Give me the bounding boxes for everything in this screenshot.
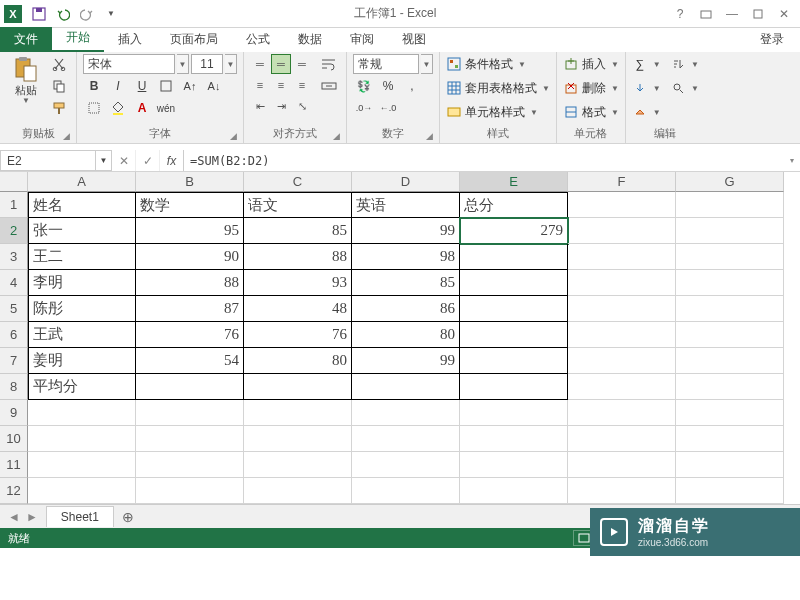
align-left-icon[interactable]: ≡ <box>250 75 270 95</box>
row-header[interactable]: 6 <box>0 322 28 348</box>
column-header[interactable]: B <box>136 172 244 192</box>
cell[interactable]: 279 <box>460 218 568 244</box>
cell[interactable] <box>28 452 136 478</box>
column-header[interactable]: C <box>244 172 352 192</box>
cell[interactable] <box>676 348 784 374</box>
font-size-combo[interactable]: 11 <box>191 54 223 74</box>
italic-button[interactable]: I <box>107 76 129 96</box>
cell[interactable] <box>244 478 352 504</box>
prev-sheet-icon[interactable]: ◄ <box>8 510 20 524</box>
align-top-right-icon[interactable]: ═ <box>292 54 312 74</box>
autosum-button[interactable]: ∑▼ ▼ <box>632 54 699 74</box>
sheet-nav[interactable]: ◄► <box>0 510 46 524</box>
cell[interactable] <box>28 426 136 452</box>
comma-icon[interactable]: , <box>401 76 423 96</box>
increase-font-icon[interactable]: A↑ <box>179 76 201 96</box>
format-cells-button[interactable]: 格式▼ <box>563 102 619 122</box>
align-top-center-icon[interactable]: ═ <box>271 54 291 74</box>
row-header[interactable]: 2 <box>0 218 28 244</box>
minimize-icon[interactable]: — <box>720 3 744 25</box>
cell[interactable]: 王二 <box>28 244 136 270</box>
cell[interactable] <box>460 478 568 504</box>
cell[interactable] <box>568 348 676 374</box>
currency-icon[interactable]: 💱 <box>353 76 375 96</box>
row-header[interactable]: 3 <box>0 244 28 270</box>
wrap-text-icon[interactable] <box>318 54 340 74</box>
cell[interactable] <box>460 296 568 322</box>
cell-styles-button[interactable]: 单元格样式▼ <box>446 102 550 122</box>
cell[interactable]: 李明 <box>28 270 136 296</box>
cell[interactable]: 总分 <box>460 192 568 218</box>
row-header[interactable]: 1 <box>0 192 28 218</box>
bold-button[interactable]: B <box>83 76 105 96</box>
cell[interactable] <box>568 452 676 478</box>
cell[interactable] <box>136 478 244 504</box>
fill-color-icon[interactable] <box>107 98 129 118</box>
cell[interactable] <box>28 478 136 504</box>
cell[interactable] <box>676 400 784 426</box>
conditional-format-button[interactable]: 条件格式▼ <box>446 54 550 74</box>
paste-button[interactable]: 粘贴 ▼ <box>6 54 46 105</box>
row-header[interactable]: 7 <box>0 348 28 374</box>
increase-decimal-icon[interactable]: .0→ <box>353 98 375 118</box>
cut-icon[interactable] <box>48 54 70 74</box>
cell[interactable] <box>244 400 352 426</box>
tab-layout[interactable]: 页面布局 <box>156 27 232 52</box>
row-header[interactable]: 5 <box>0 296 28 322</box>
decrease-font-icon[interactable]: A↓ <box>203 76 225 96</box>
cell[interactable] <box>568 296 676 322</box>
column-header[interactable]: E <box>460 172 568 192</box>
border-dropdown-icon[interactable] <box>83 98 105 118</box>
cell[interactable]: 王武 <box>28 322 136 348</box>
cell[interactable]: 张一 <box>28 218 136 244</box>
cell[interactable] <box>460 322 568 348</box>
cell[interactable] <box>568 374 676 400</box>
close-icon[interactable]: ✕ <box>772 3 796 25</box>
fill-button[interactable]: ▼ ▼ <box>632 78 699 98</box>
help-icon[interactable]: ? <box>668 3 692 25</box>
cell[interactable]: 88 <box>244 244 352 270</box>
cell[interactable] <box>136 452 244 478</box>
cell[interactable] <box>676 270 784 296</box>
cell[interactable] <box>136 426 244 452</box>
cancel-formula-icon[interactable]: ✕ <box>112 150 136 171</box>
cell[interactable] <box>568 270 676 296</box>
cell[interactable] <box>460 270 568 296</box>
column-header[interactable]: G <box>676 172 784 192</box>
expand-formula-bar-icon[interactable]: ▾ <box>784 150 800 171</box>
cell[interactable] <box>136 374 244 400</box>
tab-file[interactable]: 文件 <box>0 27 52 52</box>
cell[interactable] <box>244 426 352 452</box>
chevron-down-icon[interactable]: ▼ <box>421 54 433 74</box>
cell[interactable] <box>568 400 676 426</box>
cell[interactable] <box>676 218 784 244</box>
cell[interactable] <box>352 374 460 400</box>
save-icon[interactable] <box>28 3 50 25</box>
redo-icon[interactable] <box>76 3 98 25</box>
tab-review[interactable]: 审阅 <box>336 27 388 52</box>
login-link[interactable]: 登录 <box>754 27 790 52</box>
percent-icon[interactable]: % <box>377 76 399 96</box>
cell[interactable]: 姓名 <box>28 192 136 218</box>
row-header[interactable]: 4 <box>0 270 28 296</box>
cell[interactable] <box>568 322 676 348</box>
tab-view[interactable]: 视图 <box>388 27 440 52</box>
name-box[interactable]: E2 <box>0 150 96 171</box>
align-top-left-icon[interactable]: ═ <box>250 54 270 74</box>
cell[interactable] <box>352 478 460 504</box>
cell[interactable] <box>460 374 568 400</box>
tab-home[interactable]: 开始 <box>52 25 104 52</box>
cell[interactable]: 95 <box>136 218 244 244</box>
row-header[interactable]: 10 <box>0 426 28 452</box>
font-color-icon[interactable]: A <box>131 98 153 118</box>
row-header[interactable]: 8 <box>0 374 28 400</box>
phonetic-icon[interactable]: wén <box>155 98 177 118</box>
launcher-icon[interactable]: ◢ <box>333 131 340 141</box>
launcher-icon[interactable]: ◢ <box>63 131 70 141</box>
cell[interactable]: 76 <box>244 322 352 348</box>
cell[interactable] <box>460 348 568 374</box>
column-header[interactable]: F <box>568 172 676 192</box>
qat-customize-icon[interactable]: ▼ <box>100 3 122 25</box>
cell[interactable]: 英语 <box>352 192 460 218</box>
increase-indent-icon[interactable]: ⇥ <box>271 96 291 116</box>
